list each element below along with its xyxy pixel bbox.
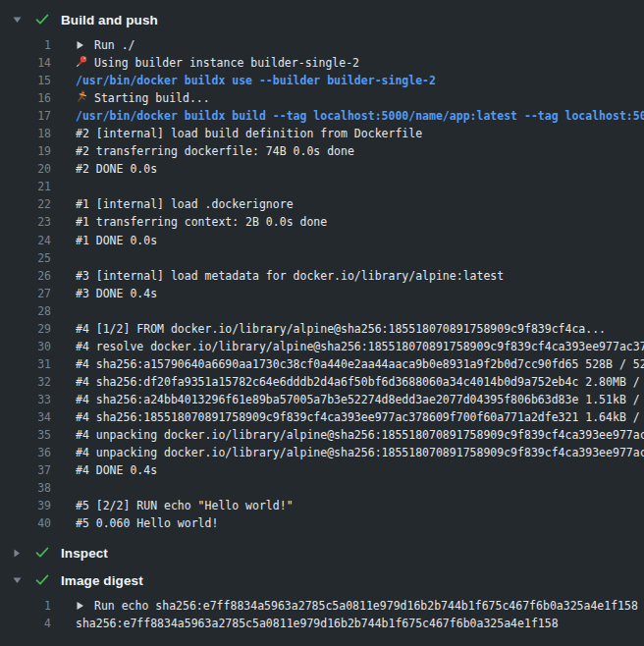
log-text: #5 0.060 Hello world!: [76, 516, 218, 530]
log-text: #2 [internal] load build definition from…: [76, 127, 422, 140]
line-number[interactable]: 29: [0, 320, 51, 338]
log-line: 18 #2 [internal] load build definition f…: [0, 125, 644, 142]
section-header-image-digest[interactable]: Image digest: [0, 567, 644, 593]
log-line: 22 #1 [internal] load .dockerignore: [0, 195, 644, 213]
success-check-icon: [35, 574, 49, 586]
log-line: 32 #4 sha256:df20fa9351a15782c64e6dddb2d…: [0, 373, 644, 391]
line-number[interactable]: 40: [0, 514, 51, 532]
expander-triangle-icon[interactable]: [13, 576, 25, 584]
expander-triangle-icon[interactable]: [13, 16, 25, 24]
line-number[interactable]: 31: [0, 355, 51, 373]
log-line: 36 #4 unpacking docker.io/library/alpine…: [0, 444, 644, 461]
pushpin-icon: [76, 54, 88, 72]
log-line: 21: [0, 178, 644, 195]
line-number[interactable]: 17: [0, 107, 51, 125]
log-text: #1 transferring context: 2B 0.0s done: [76, 215, 327, 229]
log-line: 19 #2 transferring dockerfile: 74B 0.0s …: [0, 142, 644, 160]
line-number[interactable]: 1: [0, 597, 51, 615]
log-line: 38: [0, 479, 644, 497]
line-number[interactable]: 26: [0, 267, 51, 285]
chevron-right-icon[interactable]: [76, 597, 88, 615]
line-number[interactable]: 27: [0, 285, 51, 302]
line-number[interactable]: 32: [0, 373, 51, 391]
log-line: 4 sha256:e7ff8834a5963a2785c5a0811e979d1…: [0, 615, 644, 632]
line-number[interactable]: 21: [0, 178, 51, 195]
line-number[interactable]: 20: [0, 160, 51, 178]
log-text: Run ./: [94, 38, 135, 52]
log-line: 39 #5 [2/2] RUN echo "Hello world!": [0, 497, 644, 514]
line-number[interactable]: 16: [0, 89, 51, 107]
line-number[interactable]: 18: [0, 125, 51, 142]
section-log-body: 1 Run echo sha256:e7ff8834a5963a2785c5a0…: [0, 593, 644, 638]
line-number[interactable]: 24: [0, 232, 51, 249]
success-check-icon: [35, 547, 49, 559]
log-text: #2 DONE 0.0s: [76, 162, 157, 176]
line-number[interactable]: 38: [0, 479, 51, 497]
log-text: Run echo sha256:e7ff8834a5963a2785c5a081…: [94, 599, 638, 613]
line-number[interactable]: 4: [0, 615, 51, 632]
line-number[interactable]: 35: [0, 426, 51, 444]
line-number[interactable]: 25: [0, 249, 51, 267]
log-line: 16 Starting build...: [0, 89, 644, 107]
line-number[interactable]: 22: [0, 195, 51, 213]
line-number[interactable]: 36: [0, 444, 51, 461]
log-line: 40 #5 0.060 Hello world!: [0, 514, 644, 532]
line-number[interactable]: 33: [0, 391, 51, 408]
log-text: /usr/bin/docker buildx use --builder bui…: [76, 74, 436, 87]
success-check-icon: [35, 14, 49, 26]
line-number[interactable]: 28: [0, 302, 51, 320]
log-line: 35 #4 unpacking docker.io/library/alpine…: [0, 426, 644, 444]
log-text: #4 unpacking docker.io/library/alpine@sh…: [76, 446, 644, 459]
log-section-image-digest: Image digest 1 Run echo sha256:e7ff8834a…: [0, 567, 644, 638]
line-number[interactable]: 15: [0, 72, 51, 89]
log-text: #2 transferring dockerfile: 74B 0.0s don…: [76, 144, 354, 158]
log-text: sha256:e7ff8834a5963a2785c5a0811e979d16b…: [76, 617, 559, 630]
log-line: 14 Using builder instance builder-single…: [0, 54, 644, 72]
log-line: 37 #4 DONE 0.4s: [0, 461, 644, 479]
log-text: /usr/bin/docker buildx build --tag local…: [76, 109, 644, 123]
log-text: #4 sha256:a15790640a6690aa1730c38cf0a440…: [76, 357, 644, 371]
log-line: 23 #1 transferring context: 2B 0.0s done: [0, 213, 644, 231]
log-text: #3 DONE 0.4s: [76, 287, 157, 300]
log-text: #3 [internal] load metadata for docker.i…: [76, 269, 504, 283]
log-line: 17 /usr/bin/docker buildx build --tag lo…: [0, 107, 644, 125]
log-text: #1 DONE 0.0s: [76, 234, 157, 247]
log-text: #4 sha256:df20fa9351a15782c64e6dddb2d4a6…: [76, 375, 644, 389]
log-text: #4 DONE 0.4s: [76, 463, 157, 477]
line-number[interactable]: 23: [0, 213, 51, 231]
log-text: Using builder instance builder-single-2: [94, 56, 359, 70]
line-number[interactable]: 1: [0, 36, 51, 54]
log-line: 26 #3 [internal] load metadata for docke…: [0, 267, 644, 285]
line-number[interactable]: 39: [0, 497, 51, 514]
log-text: #4 unpacking docker.io/library/alpine@sh…: [76, 428, 644, 442]
log-line: 30 #4 resolve docker.io/library/alpine@s…: [0, 338, 644, 355]
line-number[interactable]: 37: [0, 461, 51, 479]
log-line: 28: [0, 302, 644, 320]
section-header-inspect[interactable]: Inspect: [0, 540, 644, 565]
log-line: 20 #2 DONE 0.0s: [0, 160, 644, 178]
line-number[interactable]: 34: [0, 408, 51, 426]
log-line: 34 #4 sha256:185518070891758909c9f839cf4…: [0, 408, 644, 426]
section-header-build-and-push[interactable]: Build and push: [0, 7, 644, 32]
log-text: #4 sha256:185518070891758909c9f839cf4ca3…: [76, 410, 644, 424]
log-line: 27 #3 DONE 0.4s: [0, 285, 644, 302]
log-section-inspect: Inspect: [0, 540, 644, 565]
log-text: Starting build...: [94, 91, 210, 105]
expander-triangle-icon[interactable]: [13, 549, 25, 558]
log-line: 24 #1 DONE 0.0s: [0, 232, 644, 249]
log-line: 15 /usr/bin/docker buildx use --builder …: [0, 72, 644, 89]
section-title: Image digest: [61, 573, 143, 588]
section-title: Build and push: [61, 13, 158, 27]
line-number[interactable]: 14: [0, 54, 51, 72]
section-log-body: 1 Run ./ 14 Using builder instance build…: [0, 32, 644, 538]
log-line: 31 #4 sha256:a15790640a6690aa1730c38cf0a…: [0, 355, 644, 373]
line-number[interactable]: 30: [0, 338, 51, 355]
log-line: 1 Run ./: [0, 36, 644, 54]
line-number[interactable]: 19: [0, 142, 51, 160]
log-text: #4 [1/2] FROM docker.io/library/alpine@s…: [76, 322, 606, 336]
log-section-build-and-push: Build and push 1 Run ./ 14 Using builder…: [0, 7, 644, 538]
log-text: #1 [internal] load .dockerignore: [76, 197, 294, 211]
log-text: #4 sha256:a24bb4013296f61e89ba57005a7b3e…: [76, 393, 644, 406]
chevron-right-icon[interactable]: [76, 36, 88, 54]
actions-log-viewer: Build and push 1 Run ./ 14 Using builder…: [0, 7, 644, 638]
